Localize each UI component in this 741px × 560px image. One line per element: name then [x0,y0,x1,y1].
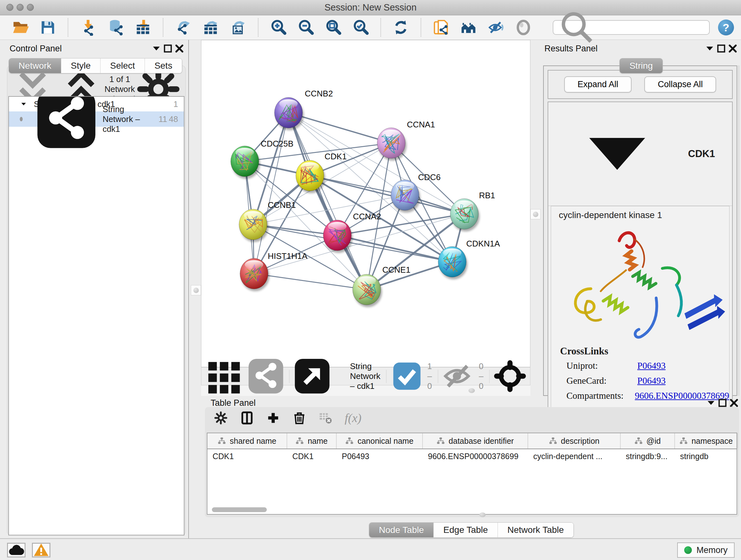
fit-selected-crosshair-icon[interactable] [494,360,526,392]
results-scrollbar[interactable] [737,65,740,396]
network-node-CDC6[interactable] [391,180,420,212]
network-edge[interactable] [337,235,452,262]
panel-menu-icon[interactable] [151,43,162,54]
refresh-icon[interactable] [392,18,410,37]
right-splitter-handle[interactable] [530,209,541,219]
columns-icon[interactable] [240,411,254,425]
share-document-icon[interactable] [432,18,450,37]
hidden-eye-icon[interactable] [442,360,475,392]
section-expander-icon[interactable] [569,106,665,202]
memory-button[interactable]: Memory [677,543,735,558]
zoom-selected-icon[interactable] [352,18,369,37]
trash-icon[interactable] [292,411,307,425]
table-cell[interactable]: stringdb:9... [621,449,675,463]
birds-eye-grid-icon[interactable] [205,357,243,395]
column-header-namespace[interactable]: namespace [675,433,738,449]
tab-node-table[interactable]: Node Table [369,523,434,537]
table-cell[interactable]: cyclin-dependent ... [528,449,621,463]
table-cell[interactable]: 9606.ENSP00000378699 [423,449,528,463]
zoom-out-icon[interactable] [297,18,315,37]
selected-checkbox-icon[interactable] [391,360,423,392]
network-node-CCNA2[interactable] [323,220,353,253]
detach-view-icon[interactable] [293,357,331,395]
tab-style[interactable]: Style [61,58,100,73]
import-database-icon[interactable] [107,18,125,37]
tab-select[interactable]: Select [100,58,145,73]
table-toolbar: f(x) [205,407,739,428]
network-edge[interactable] [310,176,464,214]
tab-string[interactable]: String [620,58,662,73]
string-home-icon[interactable] [460,18,477,37]
table-splitter-handle[interactable] [479,512,486,517]
table-cell[interactable]: CDK1 [207,449,287,463]
zoom-in-icon[interactable] [269,18,287,37]
export-table-icon[interactable] [202,18,219,37]
network-canvas[interactable]: CCNB2CCNA1CDC25BCDK1CDC6RB1CCNB1CCNA2CDK… [201,40,530,367]
panel-float-icon[interactable] [716,43,727,54]
network-node-CDK1[interactable] [296,160,325,193]
panel-float-icon[interactable] [162,43,174,54]
tab-sets[interactable]: Sets [145,58,182,73]
network-edge[interactable] [254,113,288,273]
control-panel-tabs: NetworkStyleSelectSets [9,58,182,73]
tab-edge-table[interactable]: Edge Table [434,523,498,537]
plus-icon[interactable] [266,411,280,425]
export-image-icon[interactable] [229,18,247,37]
network-node-CDC25B[interactable] [231,146,260,179]
column-header-label: name [308,436,328,446]
network-node-CCNB2[interactable] [274,98,304,130]
column-header-canonical-name[interactable]: canonical name [337,433,423,449]
import-table-icon[interactable] [134,18,152,37]
grey-eye-icon[interactable] [515,18,532,37]
network-node-HIST1H1A[interactable] [240,258,269,291]
column-header-shared-name[interactable]: shared name [207,433,287,449]
table-cell[interactable]: stringdb [675,449,738,463]
import-network-icon[interactable] [79,18,97,37]
panel-close-icon[interactable] [174,43,185,54]
network-node-CDKN1A[interactable] [438,246,468,279]
control-panel: Control Panel NetworkStyleSelectSets 1 o… [3,40,188,538]
column-header-name[interactable]: name [287,433,337,449]
right-splitter[interactable] [530,40,542,396]
save-file-icon[interactable] [39,18,57,37]
help-button[interactable]: ? [718,19,734,36]
tab-network[interactable]: Network [9,58,61,73]
crosslink-link[interactable]: P06493 [637,361,666,371]
zoom-fit-icon[interactable] [324,18,342,37]
expand-all-button[interactable]: Expand All [564,76,632,92]
network-edge[interactable] [288,113,367,290]
column-header-description[interactable]: description [528,433,621,449]
panel-close-icon[interactable] [727,43,738,54]
column-header-database-identifier[interactable]: database identifier [423,433,528,449]
string-network-icon [35,96,98,151]
gear-icon[interactable] [214,411,228,425]
table-hscrollbar[interactable] [212,507,267,512]
gene-section-header[interactable]: CDK1 [548,102,732,206]
tree-expander-icon[interactable] [20,100,27,108]
network-edge[interactable] [288,113,391,143]
collapse-all-button[interactable]: Collapse All [644,76,716,92]
network-row-selected[interactable]: String Network – cdk1 11 48 [9,111,184,127]
warnings-button[interactable] [32,543,51,557]
search-box[interactable] [553,20,710,35]
table-cell[interactable]: P06493 [337,449,423,463]
column-header-id[interactable]: @id [621,433,675,449]
network-node-RB1[interactable] [450,199,480,232]
cloud-button[interactable] [7,543,25,557]
crosslink-link[interactable]: P06493 [637,375,666,386]
tab-network-table[interactable]: Network Table [498,523,574,537]
network-node-CCNE1[interactable] [353,274,382,307]
panel-menu-icon[interactable] [704,43,716,54]
export-network-icon[interactable] [174,18,192,37]
left-splitter-handle[interactable] [191,285,201,295]
open-folder-icon[interactable] [11,18,29,37]
left-splitter[interactable] [188,40,202,538]
table-cell[interactable]: CDK1 [287,449,337,463]
search-input[interactable] [598,22,706,33]
network-edge[interactable] [254,273,367,290]
table-row[interactable]: CDK1CDK1P064939606.ENSP00000378699cyclin… [207,449,737,463]
network-node-CCNA1[interactable] [377,128,407,161]
toolbar-separator [163,18,163,37]
sitemap-icon [634,437,643,445]
hide-glasses-icon[interactable] [487,18,505,37]
